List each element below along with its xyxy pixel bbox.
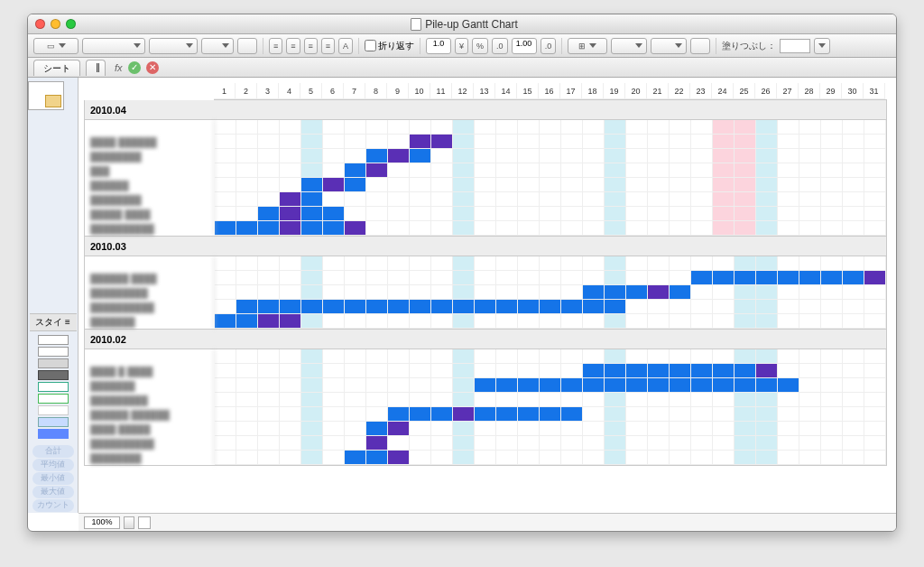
day-cell[interactable] bbox=[864, 163, 886, 178]
day-cell[interactable] bbox=[453, 436, 475, 451]
day-cell[interactable] bbox=[540, 149, 561, 163]
day-cell[interactable] bbox=[540, 314, 561, 329]
day-cell[interactable] bbox=[366, 422, 388, 436]
day-cell[interactable] bbox=[280, 451, 301, 465]
day-cell[interactable] bbox=[799, 207, 821, 221]
day-cell[interactable] bbox=[475, 378, 496, 393]
day-cell[interactable] bbox=[583, 135, 605, 149]
day-cell[interactable] bbox=[864, 436, 886, 451]
day-cell[interactable] bbox=[821, 178, 843, 192]
day-cell[interactable] bbox=[345, 256, 366, 271]
day-cell[interactable] bbox=[583, 271, 605, 285]
day-cell[interactable] bbox=[670, 207, 691, 221]
day-cell[interactable] bbox=[345, 178, 366, 192]
day-cell[interactable] bbox=[496, 178, 518, 192]
day-cell[interactable] bbox=[236, 378, 258, 393]
day-cell[interactable] bbox=[366, 163, 388, 178]
day-cell[interactable] bbox=[518, 314, 540, 329]
day-cell[interactable] bbox=[561, 178, 583, 192]
day-cell[interactable] bbox=[258, 285, 280, 300]
day-cell[interactable] bbox=[431, 192, 453, 207]
day-cell[interactable] bbox=[561, 149, 583, 163]
day-cell[interactable] bbox=[605, 436, 626, 451]
day-cell[interactable] bbox=[821, 422, 843, 436]
day-cell[interactable] bbox=[713, 120, 735, 135]
day-cell[interactable] bbox=[410, 178, 431, 192]
day-cell[interactable] bbox=[345, 120, 366, 135]
day-cell[interactable] bbox=[561, 135, 583, 149]
day-cell[interactable] bbox=[821, 135, 843, 149]
day-cell[interactable] bbox=[236, 271, 258, 285]
day-cell[interactable] bbox=[258, 407, 280, 422]
day-cell[interactable] bbox=[626, 300, 648, 314]
day-cell[interactable] bbox=[756, 364, 778, 378]
day-cell[interactable] bbox=[583, 300, 605, 314]
day-cell[interactable] bbox=[431, 135, 453, 149]
font-menu[interactable] bbox=[82, 38, 145, 54]
day-cell[interactable] bbox=[431, 178, 453, 192]
day-cell[interactable] bbox=[345, 422, 366, 436]
day-cell[interactable] bbox=[410, 135, 431, 149]
day-cell[interactable] bbox=[388, 422, 410, 436]
day-cell[interactable] bbox=[280, 135, 301, 149]
day-cell[interactable] bbox=[323, 149, 345, 163]
day-cell[interactable] bbox=[345, 271, 366, 285]
day-cell[interactable] bbox=[799, 436, 821, 451]
day-cell[interactable] bbox=[605, 120, 626, 135]
day-cell[interactable] bbox=[345, 349, 366, 364]
day-cell[interactable] bbox=[301, 163, 323, 178]
day-cell[interactable] bbox=[864, 393, 886, 407]
day-cell[interactable] bbox=[561, 349, 583, 364]
day-cell[interactable] bbox=[778, 300, 799, 314]
day-cell[interactable] bbox=[280, 364, 301, 378]
day-cell[interactable] bbox=[496, 163, 518, 178]
day-cell[interactable] bbox=[301, 178, 323, 192]
day-cell[interactable] bbox=[496, 256, 518, 271]
day-cell[interactable] bbox=[605, 422, 626, 436]
day-cell[interactable] bbox=[670, 149, 691, 163]
day-cell[interactable] bbox=[864, 451, 886, 465]
day-cell[interactable] bbox=[756, 451, 778, 465]
day-cell[interactable] bbox=[648, 135, 670, 149]
day-cell[interactable] bbox=[735, 285, 756, 300]
day-cell[interactable] bbox=[756, 436, 778, 451]
day-cell[interactable] bbox=[453, 300, 475, 314]
day-cell[interactable] bbox=[410, 436, 431, 451]
day-cell[interactable] bbox=[323, 120, 345, 135]
day-cell[interactable] bbox=[691, 163, 713, 178]
style-menu[interactable] bbox=[149, 38, 198, 54]
day-cell[interactable] bbox=[799, 422, 821, 436]
day-cell[interactable] bbox=[280, 422, 301, 436]
day-cell[interactable] bbox=[475, 221, 496, 236]
day-cell[interactable] bbox=[280, 221, 301, 236]
day-cell[interactable] bbox=[518, 178, 540, 192]
day-cell[interactable] bbox=[215, 285, 236, 300]
day-cell[interactable] bbox=[756, 407, 778, 422]
day-cell[interactable] bbox=[475, 256, 496, 271]
day-cell[interactable] bbox=[626, 314, 648, 329]
day-cell[interactable] bbox=[215, 314, 236, 329]
day-cell[interactable] bbox=[843, 271, 864, 285]
day-cell[interactable] bbox=[821, 436, 843, 451]
day-cell[interactable] bbox=[583, 436, 605, 451]
day-cell[interactable] bbox=[821, 163, 843, 178]
day-cell[interactable] bbox=[410, 314, 431, 329]
day-cell[interactable] bbox=[431, 271, 453, 285]
day-cell[interactable] bbox=[236, 285, 258, 300]
day-cell[interactable] bbox=[626, 256, 648, 271]
day-cell[interactable] bbox=[345, 163, 366, 178]
day-cell[interactable] bbox=[475, 285, 496, 300]
day-cell[interactable] bbox=[778, 149, 799, 163]
day-cell[interactable] bbox=[648, 407, 670, 422]
day-cell[interactable] bbox=[778, 314, 799, 329]
day-cell[interactable] bbox=[713, 349, 735, 364]
day-cell[interactable] bbox=[410, 221, 431, 236]
day-cell[interactable] bbox=[453, 451, 475, 465]
day-cell[interactable] bbox=[561, 378, 583, 393]
day-cell[interactable] bbox=[345, 207, 366, 221]
day-cell[interactable] bbox=[713, 163, 735, 178]
day-cell[interactable] bbox=[258, 314, 280, 329]
day-cell[interactable] bbox=[648, 422, 670, 436]
page-icon[interactable] bbox=[138, 516, 151, 529]
day-cell[interactable] bbox=[864, 221, 886, 236]
